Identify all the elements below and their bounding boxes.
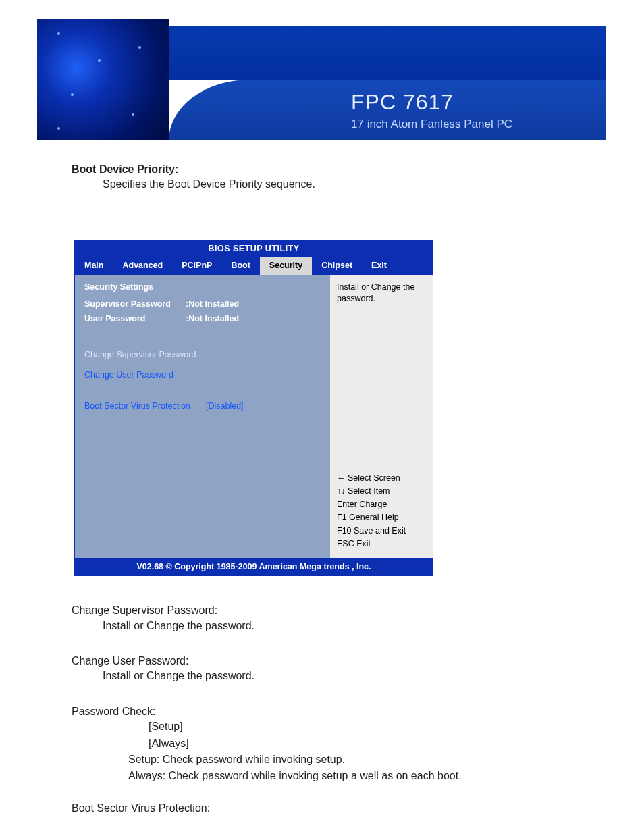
bios-key-row: Enter Charge xyxy=(337,499,426,511)
bios-key-row: ↑↓ Select Item xyxy=(337,486,426,498)
bios-key-row: ← Select Screen xyxy=(337,473,426,485)
password-check-always-expl: Always: Check password while invoking se… xyxy=(128,769,603,783)
header-title-area: FPC 7617 17 inch Atom Fanless Panel PC xyxy=(169,80,606,140)
bios-row-supervisor: Supervisor Password :Not Installed xyxy=(84,298,321,311)
header-motherboard-image xyxy=(37,19,169,140)
section-change-supervisor-title: Change Supervisor Password: xyxy=(72,603,603,618)
bios-bsvp-label: Boot Sector Virus Protection xyxy=(84,400,206,413)
product-title: FPC 7617 xyxy=(351,90,606,115)
section-bsvp-title: Boot Sector Virus Protection: xyxy=(72,801,603,816)
bios-left-pane: Security Settings Supervisor Password :N… xyxy=(75,275,330,558)
bios-tab-main[interactable]: Main xyxy=(75,257,113,275)
bios-help-text: Install or Change the password. xyxy=(337,282,426,403)
bios-user-value: :Not Installed xyxy=(186,313,239,326)
bios-tab-security[interactable]: Security xyxy=(260,257,312,275)
bios-supervisor-label: Supervisor Password xyxy=(84,298,186,311)
bios-change-user-link[interactable]: Change User Password xyxy=(84,369,321,382)
bios-right-pane: Install or Change the password. ← Select… xyxy=(330,275,433,558)
bios-security-heading: Security Settings xyxy=(84,282,321,294)
section-change-user-body: Install or Change the password. xyxy=(103,669,603,683)
password-check-option: [Always] xyxy=(149,736,603,751)
bios-footer-text: V02.68 © Copyright 1985-2009 American Me… xyxy=(75,558,433,576)
bios-change-supervisor-link[interactable]: Change Supervisor Password xyxy=(84,349,321,361)
bios-bsvp-row[interactable]: Boot Sector Virus Protection [Disabled] xyxy=(84,400,321,413)
bios-tab-exit[interactable]: Exit xyxy=(362,257,396,275)
bios-tab-boot[interactable]: Boot xyxy=(221,257,259,275)
document-header: FPC 7617 17 inch Atom Fanless Panel PC xyxy=(0,0,644,142)
header-blue-band xyxy=(169,26,606,80)
section-boot-device-priority-body: Specifies the Boot Device Priority seque… xyxy=(103,177,603,192)
bios-screenshot: BIOS SETUP UTILITY Main Advanced PCIPnP … xyxy=(74,240,433,577)
section-password-check-title: Password Check: xyxy=(72,704,603,719)
password-check-option: [Setup] xyxy=(149,719,603,734)
section-change-user-title: Change User Password: xyxy=(72,654,603,669)
bios-user-label: User Password xyxy=(84,313,186,326)
bios-key-legend: ← Select Screen ↑↓ Select Item Enter Cha… xyxy=(337,473,426,552)
bios-tab-advanced[interactable]: Advanced xyxy=(113,257,172,275)
bios-key-row: F10 Save and Exit xyxy=(337,525,426,538)
product-subtitle: 17 inch Atom Fanless Panel PC xyxy=(351,118,606,131)
bios-tab-chipset[interactable]: Chipset xyxy=(312,257,362,275)
bios-tab-bar: Main Advanced PCIPnP Boot Security Chips… xyxy=(75,257,433,275)
page-footer: ΛCNODES 14628 Central Ave, Chino, CA9171… xyxy=(0,829,644,832)
bios-title: BIOS SETUP UTILITY xyxy=(75,240,433,258)
bios-bsvp-value: [Disabled] xyxy=(206,400,244,413)
bios-supervisor-value: :Not Installed xyxy=(186,298,239,311)
password-check-setup-expl: Setup: Check password while invoking set… xyxy=(128,752,603,767)
bios-key-row: F1 General Help xyxy=(337,512,426,524)
bios-row-user: User Password :Not Installed xyxy=(84,313,321,326)
bios-tab-pcipnp[interactable]: PCIPnP xyxy=(172,257,221,275)
bios-key-row: ESC Exit xyxy=(337,538,426,550)
section-change-supervisor-body: Install or Change the password. xyxy=(103,619,603,633)
section-boot-device-priority-title: Boot Device Priority: xyxy=(72,162,603,177)
